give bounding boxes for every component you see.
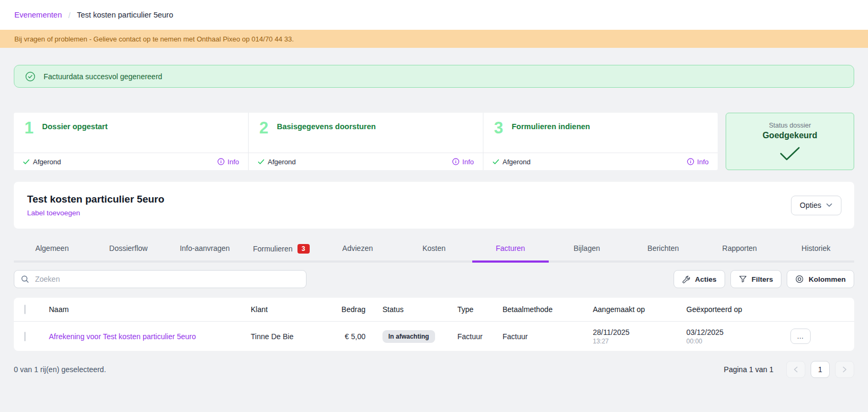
step-1-info-label: Info (227, 158, 239, 166)
check-icon (258, 159, 265, 165)
options-button-label: Opties (800, 201, 821, 209)
step-3-main: 3 Formulieren indienen (483, 113, 718, 153)
tab-bijlagen[interactable]: Bijlagen (549, 238, 625, 263)
columns-button-label: Kolommen (809, 275, 846, 283)
tab-adviezen[interactable]: Adviezen (319, 238, 396, 263)
tab-facturen[interactable]: Facturen (472, 238, 549, 263)
column-header-status: Status (371, 305, 449, 314)
tab-info-aanvragen[interactable]: Info-aanvragen (167, 238, 243, 263)
actions-button[interactable]: Acties (674, 270, 725, 288)
info-circle-icon (217, 158, 225, 165)
wrench-icon (682, 275, 690, 283)
step-3-footer: Afgerond Info (483, 153, 718, 170)
row-actions-button[interactable]: … (790, 329, 811, 344)
columns-button[interactable]: Kolommen (787, 270, 854, 288)
breadcrumb-current: Test kosten particulier 5euro (77, 11, 173, 19)
options-button[interactable]: Opties (791, 196, 841, 215)
invoice-link[interactable]: Afrekening voor Test kosten particulier … (49, 332, 196, 341)
toolbar-buttons: Acties Filters Kolommen (674, 270, 854, 288)
created-date: 28/11/2025 (593, 328, 676, 337)
row-created-cell: 28/11/2025 13:27 (588, 328, 681, 345)
step-3-status-label: Afgerond (503, 158, 531, 166)
tab-formulieren[interactable]: Formulieren3 (243, 238, 319, 263)
search-input[interactable] (35, 275, 300, 283)
main-content: Factuurdata succesvol gegenereerd 1 Doss… (0, 65, 868, 378)
filters-button-label: Filters (752, 275, 773, 283)
select-all-cell (14, 305, 44, 314)
step-1-status: Afgerond (23, 158, 61, 166)
exported-date: 03/12/2025 (686, 328, 780, 337)
notice-banner: Bij vragen of problemen - Gelieve contac… (0, 30, 868, 48)
circle-check-icon (25, 71, 36, 82)
previous-page-button[interactable] (786, 361, 805, 378)
page-title: Test kosten particulier 5euro (27, 194, 164, 205)
steps-row: 1 Dossier opgestart Afgerond (14, 113, 854, 170)
row-select-cell (14, 332, 44, 341)
step-3-info-link[interactable]: Info (687, 158, 709, 166)
success-alert: Factuurdata succesvol gegenereerd (14, 65, 854, 88)
step-1-info-link[interactable]: Info (217, 158, 239, 166)
step-2-number: 2 (259, 120, 268, 153)
filters-button[interactable]: Filters (730, 270, 782, 288)
step-2-title: Basisgegevens doorsturen (277, 120, 376, 153)
column-header-type: Type (449, 305, 497, 314)
step-2-main: 2 Basisgegevens doorsturen (249, 113, 483, 153)
step-3-number: 3 (494, 120, 503, 153)
search-icon (21, 275, 29, 283)
step-2-status-label: Afgerond (268, 158, 296, 166)
tab-kosten[interactable]: Kosten (396, 238, 472, 263)
page-1-button[interactable]: 1 (811, 361, 830, 378)
breadcrumb-link-evenementen[interactable]: Evenementen (14, 11, 62, 19)
step-2-status: Afgerond (258, 158, 296, 166)
add-label-link[interactable]: Label toevoegen (27, 209, 164, 217)
check-icon (492, 159, 499, 165)
table-footer: 0 van 1 rij(en) geselecteerd. Pagina 1 v… (14, 361, 854, 378)
step-1: 1 Dossier opgestart Afgerond (14, 113, 249, 170)
tab-dossierflow[interactable]: Dossierflow (90, 238, 167, 263)
column-header-klant: Klant (245, 305, 325, 314)
next-page-button[interactable] (835, 361, 854, 378)
column-header-naam: Naam (44, 305, 245, 314)
status-card-label: Status dossier (769, 122, 811, 129)
search-box (14, 270, 307, 288)
status-badge: In afwachting (382, 330, 435, 343)
step-1-status-label: Afgerond (33, 158, 61, 166)
status-card-value: Goedgekeurd (762, 131, 817, 140)
row-name-cell: Afrekening voor Test kosten particulier … (44, 332, 245, 341)
page: Evenementen / Test kosten particulier 5e… (0, 0, 868, 412)
step-2-info-link[interactable]: Info (452, 158, 474, 166)
info-circle-icon (452, 158, 459, 165)
dossier-status-card: Status dossier Goedgekeurd (726, 113, 854, 170)
tab-algemeen[interactable]: Algemeen (14, 238, 90, 263)
row-type-cell: Factuur (449, 332, 497, 341)
row-client-cell: Tinne De Bie (245, 332, 325, 341)
tab-bar: Algemeen Dossierflow Info-aanvragen Form… (14, 238, 854, 263)
row-exported-cell: 03/12/2025 00:00 (681, 328, 785, 345)
breadcrumb: Evenementen / Test kosten particulier 5e… (0, 0, 868, 30)
step-2: 2 Basisgegevens doorsturen Afgerond (249, 113, 483, 170)
tab-berichten[interactable]: Berichten (625, 238, 702, 263)
success-alert-text: Factuurdata succesvol gegenereerd (44, 72, 162, 81)
row-status-cell: In afwachting (371, 330, 449, 343)
created-time: 13:27 (593, 338, 676, 345)
row-checkbox[interactable] (24, 332, 25, 341)
step-3-info-label: Info (697, 158, 709, 166)
page-indicator: Pagina 1 van 1 (724, 365, 773, 374)
select-all-checkbox[interactable] (24, 305, 25, 314)
column-header-geexporteerd-op: Geëxporteerd op (681, 305, 785, 314)
step-1-title: Dossier opgestart (42, 120, 107, 153)
tab-historiek[interactable]: Historiek (778, 238, 854, 263)
row-payment-method-cell: Factuur (497, 332, 588, 341)
dossier-header-card: Test kosten particulier 5euro Label toev… (14, 182, 854, 229)
page-buttons: 1 (786, 361, 854, 378)
column-header-aangemaakt-op: Aangemaakt op (588, 305, 681, 314)
columns-view-icon (795, 275, 804, 283)
tab-formulieren-badge: 3 (297, 244, 310, 254)
step-2-footer: Afgerond Info (249, 153, 483, 170)
row-amount-cell: € 5,00 (325, 332, 371, 341)
steps-card: 1 Dossier opgestart Afgerond (14, 113, 718, 170)
step-3-status: Afgerond (492, 158, 531, 166)
step-1-number: 1 (24, 120, 33, 153)
tab-rapporten[interactable]: Rapporten (701, 238, 778, 263)
table-row: Afrekening voor Test kosten particulier … (14, 321, 854, 351)
